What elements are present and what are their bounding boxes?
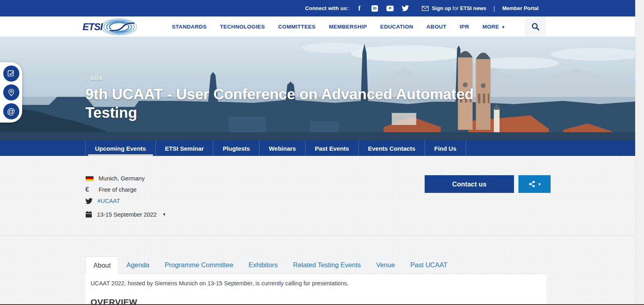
register-button[interactable]: [3, 66, 19, 82]
eventsnav-etsi-seminar[interactable]: ETSI Seminar: [156, 141, 214, 156]
share-button[interactable]: ▾: [518, 175, 551, 193]
venue-location-button[interactable]: [3, 84, 19, 100]
at-sign-icon: @: [7, 107, 15, 116]
connect-with-us-label: Connect with us:: [305, 5, 349, 11]
event-price: Free of charge: [99, 186, 136, 193]
hero-overlay: ‹ Back 9th UCAAT - User Conference on Ad…: [85, 75, 488, 123]
nav-item-more[interactable]: MORE▼: [482, 24, 505, 30]
nav-item-committees[interactable]: COMMITTEES: [278, 24, 316, 30]
event-hashtag-row: #UCAAT: [85, 198, 165, 204]
event-actions: Contact us ▾: [425, 175, 551, 235]
contact-email-button[interactable]: @: [3, 103, 19, 119]
page-title: 9th UCAAT - User Conference on Advanced …: [85, 85, 488, 123]
event-tabs: About Agenda Programme Committee Exhibit…: [85, 256, 546, 274]
browser-scrollbar[interactable]: [635, 0, 644, 305]
event-content-section: About Agenda Programme Committee Exhibit…: [0, 235, 644, 305]
nav-item-membership[interactable]: MEMBERSHIP: [329, 24, 367, 30]
back-link[interactable]: ‹ Back: [85, 75, 488, 81]
main-navigation-bar: ETSI STANDARDS TECHNOLOGIES COMMITTEES M…: [0, 16, 644, 37]
nav-item-about[interactable]: ABOUT: [427, 24, 447, 30]
envelope-icon: [422, 6, 429, 11]
contact-us-button[interactable]: Contact us: [425, 175, 514, 193]
search-icon: [531, 23, 540, 31]
dates-dropdown-caret-icon[interactable]: ▾: [163, 212, 165, 217]
location-pin-icon: [8, 88, 15, 96]
tab-past-ucaat[interactable]: Past UCAAT: [402, 256, 455, 274]
quick-action-rail: @: [0, 62, 22, 123]
event-location-row: Munich, Germany: [85, 175, 165, 182]
eventsnav-events-contacts[interactable]: Events Contacts: [359, 141, 425, 156]
nav-item-education[interactable]: EDUCATION: [380, 24, 413, 30]
main-nav-links: STANDARDS TECHNOLOGIES COMMITTEES MEMBER…: [172, 24, 505, 30]
hero-banner: ‹ Back 9th UCAAT - User Conference on Ad…: [0, 37, 644, 141]
linkedin-icon[interactable]: in: [371, 5, 378, 12]
event-location: Munich, Germany: [99, 175, 144, 182]
events-sub-nav: Upcoming Events ETSI Seminar Plugtests W…: [0, 141, 644, 156]
etsi-logo-text: ETSI: [83, 21, 102, 33]
share-icon: [528, 180, 536, 188]
tab-agenda[interactable]: Agenda: [119, 256, 157, 274]
event-price-row: € Free of charge: [85, 186, 165, 193]
tab-related-testing-events[interactable]: Related Testing Events: [285, 256, 368, 274]
nav-item-ipr[interactable]: IPR: [460, 24, 469, 30]
search-button[interactable]: [525, 16, 546, 37]
event-meta-list: Munich, Germany € Free of charge #UCAAT …: [85, 175, 165, 235]
etsi-logo[interactable]: ETSI: [83, 18, 137, 36]
signup-etsi-news-link[interactable]: Sign up for ETSI news: [422, 5, 486, 11]
event-hashtag-link[interactable]: #UCAAT: [97, 198, 120, 204]
twitter-icon: [85, 198, 93, 204]
chevron-down-icon: ▼: [501, 25, 505, 29]
etsi-logo-globe: [100, 18, 137, 36]
topbar-divider: |: [493, 5, 495, 12]
twitter-icon[interactable]: [402, 5, 409, 12]
youtube-icon[interactable]: [386, 5, 394, 12]
chevron-left-icon: ‹: [85, 76, 88, 80]
check-square-icon: [7, 70, 15, 78]
eventsnav-past-events[interactable]: Past Events: [305, 141, 359, 156]
calendar-icon: [85, 211, 92, 218]
member-portal-link[interactable]: Member Portal: [502, 5, 539, 11]
germany-flag-icon: [85, 176, 94, 181]
event-details-section: Munich, Germany € Free of charge #UCAAT …: [0, 156, 644, 235]
nav-item-standards[interactable]: STANDARDS: [172, 24, 206, 30]
about-tab-panel: UCAAT 2022, hosted by Siemens Munich on …: [85, 274, 546, 305]
euro-icon: €: [85, 186, 94, 193]
eventsnav-plugtests[interactable]: Plugtests: [213, 141, 260, 156]
eventsnav-upcoming-events[interactable]: Upcoming Events: [85, 141, 156, 156]
event-dates-row: 13-15 September 2022 ▾: [85, 211, 165, 218]
tab-programme-committee[interactable]: Programme Committee: [157, 256, 241, 274]
eventsnav-webinars[interactable]: Webinars: [260, 141, 305, 156]
top-utility-inner: Connect with us: f in Sign up for ETSI n…: [85, 5, 539, 12]
event-dates: 13-15 September 2022: [97, 211, 157, 218]
tab-venue[interactable]: Venue: [368, 256, 402, 274]
social-icons: f in: [356, 5, 409, 12]
tab-exhibitors[interactable]: Exhibitors: [241, 256, 285, 274]
eventsnav-find-us[interactable]: Find Us: [425, 141, 466, 156]
top-utility-bar: Connect with us: f in Sign up for ETSI n…: [0, 0, 644, 16]
nav-item-technologies[interactable]: TECHNOLOGIES: [220, 24, 265, 30]
facebook-icon[interactable]: f: [356, 5, 363, 12]
share-dropdown-caret-icon: ▾: [539, 182, 541, 187]
event-intro-text: UCAAT 2022, hosted by Siemens Munich on …: [91, 280, 541, 287]
tab-about[interactable]: About: [85, 256, 119, 274]
